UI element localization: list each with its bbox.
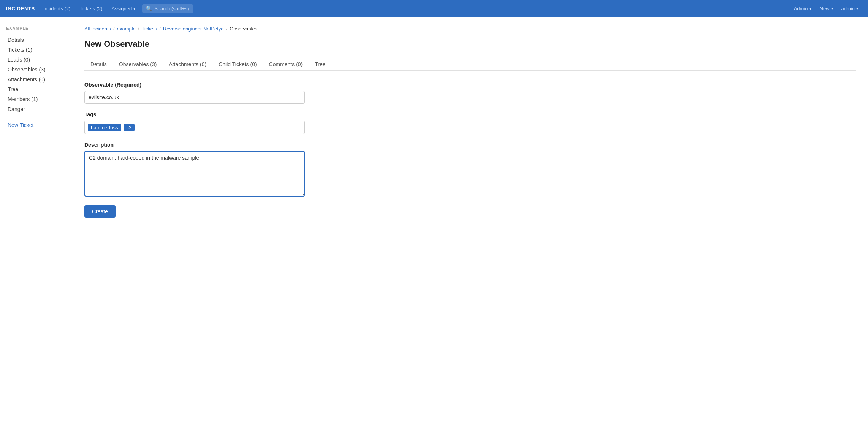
- nav-assigned-label: Assigned: [112, 6, 132, 11]
- tab-attachments[interactable]: Attachments (0): [163, 58, 212, 71]
- sidebar-new-ticket[interactable]: New Ticket: [6, 120, 66, 130]
- breadcrumb-sep-2: /: [138, 26, 139, 32]
- description-field-group: Description: [84, 142, 856, 198]
- sidebar-leads[interactable]: Leads (0): [6, 55, 66, 65]
- sidebar-attachments[interactable]: Attachments (0): [6, 75, 66, 84]
- sidebar-members[interactable]: Members (1): [6, 94, 66, 104]
- breadcrumb-sep-1: /: [113, 26, 115, 32]
- sidebar-observables[interactable]: Observables (3): [6, 65, 66, 75]
- tabs-container: Details Observables (3) Attachments (0) …: [84, 58, 856, 71]
- nav-admin[interactable]: Admin ▾: [790, 4, 815, 13]
- main-content: All Incidents / example / Tickets / Reve…: [72, 17, 868, 435]
- sidebar-tickets[interactable]: Tickets (1): [6, 45, 66, 55]
- create-button[interactable]: Create: [84, 205, 116, 218]
- breadcrumb-tickets[interactable]: Tickets: [141, 26, 157, 32]
- breadcrumb-ticket[interactable]: Reverse engineer NotPetya: [163, 26, 224, 32]
- nav-admin-label: Admin: [794, 6, 808, 11]
- breadcrumb: All Incidents / example / Tickets / Reve…: [84, 26, 856, 32]
- top-navigation: INCIDENTS Incidents (2) Tickets (2) Assi…: [0, 0, 868, 17]
- search-placeholder: Search (shift+s): [154, 6, 189, 11]
- search-bar[interactable]: 🔍 Search (shift+s): [142, 4, 193, 13]
- nav-user[interactable]: admin ▾: [838, 4, 862, 13]
- sidebar-section-title: EXAMPLE: [6, 26, 66, 30]
- topnav-right: Admin ▾ New ▾ admin ▾: [790, 4, 862, 13]
- sidebar-danger[interactable]: Danger: [6, 104, 66, 114]
- breadcrumb-observables: Observables: [230, 26, 257, 32]
- observable-label: Observable (Required): [84, 82, 856, 88]
- sidebar-tree[interactable]: Tree: [6, 84, 66, 94]
- breadcrumb-sep-4: /: [226, 26, 228, 32]
- tab-child-tickets[interactable]: Child Tickets (0): [212, 58, 263, 71]
- breadcrumb-sep-3: /: [159, 26, 161, 32]
- tab-tree[interactable]: Tree: [309, 58, 331, 71]
- description-label: Description: [84, 142, 856, 148]
- tags-label: Tags: [84, 111, 856, 117]
- tag-c2: c2: [124, 124, 135, 131]
- new-caret-icon: ▾: [831, 6, 833, 11]
- observable-field-group: Observable (Required): [84, 82, 856, 104]
- tab-observables[interactable]: Observables (3): [113, 58, 163, 71]
- tags-field-group: Tags hammertoss c2: [84, 111, 856, 134]
- nav-user-label: admin: [841, 6, 855, 11]
- user-caret-icon: ▾: [856, 6, 858, 11]
- tab-details[interactable]: Details: [84, 58, 113, 71]
- nav-new[interactable]: New ▾: [816, 4, 837, 13]
- admin-caret-icon: ▾: [809, 6, 811, 11]
- sidebar: EXAMPLE Details Tickets (1) Leads (0) Ob…: [0, 17, 72, 435]
- description-textarea[interactable]: [84, 151, 305, 197]
- breadcrumb-example[interactable]: example: [117, 26, 136, 32]
- observable-input[interactable]: [84, 91, 305, 104]
- search-icon: 🔍: [146, 6, 152, 11]
- tag-hammertoss: hammertoss: [88, 124, 121, 131]
- page-title: New Observable: [84, 39, 856, 49]
- tab-comments[interactable]: Comments (0): [263, 58, 309, 71]
- new-observable-form: Observable (Required) Tags hammertoss c2…: [84, 82, 856, 218]
- assigned-caret-icon: ▾: [133, 6, 135, 11]
- main-layout: EXAMPLE Details Tickets (1) Leads (0) Ob…: [0, 17, 868, 435]
- nav-incidents[interactable]: Incidents (2): [40, 4, 74, 13]
- nav-tickets[interactable]: Tickets (2): [76, 4, 106, 13]
- sidebar-details[interactable]: Details: [6, 35, 66, 45]
- nav-assigned[interactable]: Assigned ▾: [108, 4, 139, 13]
- nav-brand: INCIDENTS: [6, 6, 35, 11]
- tags-input-container[interactable]: hammertoss c2: [84, 121, 305, 134]
- breadcrumb-all-incidents[interactable]: All Incidents: [84, 26, 111, 32]
- nav-new-label: New: [820, 6, 830, 11]
